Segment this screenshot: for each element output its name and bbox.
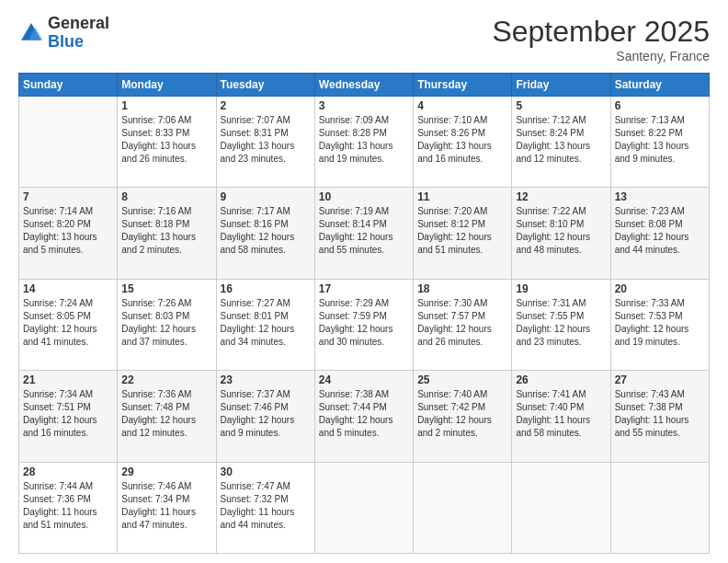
day-info: Sunrise: 7:23 AM Sunset: 8:08 PM Dayligh… (615, 205, 705, 257)
day-info: Sunrise: 7:12 AM Sunset: 8:24 PM Dayligh… (516, 114, 606, 166)
day-number: 25 (417, 373, 507, 386)
location: Santeny, France (492, 49, 710, 63)
calendar-cell: 13Sunrise: 7:23 AM Sunset: 8:08 PM Dayli… (610, 188, 709, 279)
logo-text: General Blue (48, 15, 109, 52)
calendar-cell: 20Sunrise: 7:33 AM Sunset: 7:53 PM Dayli… (610, 279, 709, 370)
day-number: 24 (319, 373, 409, 386)
calendar-day-header: Friday (512, 74, 610, 97)
calendar-cell: 9Sunrise: 7:17 AM Sunset: 8:16 PM Daylig… (216, 188, 314, 279)
day-info: Sunrise: 7:41 AM Sunset: 7:40 PM Dayligh… (516, 388, 606, 440)
day-number: 1 (121, 99, 211, 112)
page: General Blue September 2025 Santeny, Fra… (0, 0, 728, 563)
calendar-cell: 7Sunrise: 7:14 AM Sunset: 8:20 PM Daylig… (19, 188, 118, 279)
logo: General Blue (18, 15, 109, 52)
day-info: Sunrise: 7:26 AM Sunset: 8:03 PM Dayligh… (121, 297, 211, 349)
day-info: Sunrise: 7:13 AM Sunset: 8:22 PM Dayligh… (615, 114, 705, 166)
day-info: Sunrise: 7:22 AM Sunset: 8:10 PM Dayligh… (516, 205, 606, 257)
day-number: 29 (121, 465, 211, 478)
day-number: 11 (417, 190, 507, 203)
title-block: September 2025 Santeny, France (492, 15, 710, 63)
calendar-week-row: 21Sunrise: 7:34 AM Sunset: 7:51 PM Dayli… (19, 371, 710, 462)
calendar-day-header: Tuesday (216, 74, 314, 97)
calendar-cell: 3Sunrise: 7:09 AM Sunset: 8:28 PM Daylig… (314, 97, 413, 188)
day-number: 3 (319, 99, 409, 112)
calendar-day-header: Wednesday (314, 74, 413, 97)
day-info: Sunrise: 7:43 AM Sunset: 7:38 PM Dayligh… (615, 388, 705, 440)
day-number: 30 (221, 465, 311, 478)
day-number: 14 (23, 282, 113, 295)
calendar-cell: 19Sunrise: 7:31 AM Sunset: 7:55 PM Dayli… (512, 279, 610, 370)
day-info: Sunrise: 7:33 AM Sunset: 7:53 PM Dayligh… (615, 297, 705, 349)
calendar-week-row: 1Sunrise: 7:06 AM Sunset: 8:33 PM Daylig… (19, 97, 710, 188)
day-info: Sunrise: 7:14 AM Sunset: 8:20 PM Dayligh… (23, 205, 113, 257)
day-number: 21 (23, 373, 113, 386)
day-number: 15 (121, 282, 211, 295)
day-number: 9 (221, 190, 311, 203)
day-info: Sunrise: 7:47 AM Sunset: 7:32 PM Dayligh… (221, 480, 311, 532)
day-info: Sunrise: 7:29 AM Sunset: 7:59 PM Dayligh… (319, 297, 409, 349)
day-number: 10 (319, 190, 409, 203)
day-number: 19 (516, 282, 606, 295)
day-number: 7 (23, 190, 113, 203)
calendar-day-header: Saturday (610, 74, 709, 97)
calendar-cell: 4Sunrise: 7:10 AM Sunset: 8:26 PM Daylig… (414, 97, 512, 188)
calendar-cell: 12Sunrise: 7:22 AM Sunset: 8:10 PM Dayli… (512, 188, 610, 279)
calendar-cell: 25Sunrise: 7:40 AM Sunset: 7:42 PM Dayli… (414, 371, 512, 462)
day-number: 20 (615, 282, 705, 295)
calendar-cell: 30Sunrise: 7:47 AM Sunset: 7:32 PM Dayli… (216, 462, 314, 553)
calendar-cell: 24Sunrise: 7:38 AM Sunset: 7:44 PM Dayli… (314, 371, 413, 462)
day-info: Sunrise: 7:44 AM Sunset: 7:36 PM Dayligh… (23, 480, 113, 532)
day-number: 28 (23, 465, 113, 478)
calendar-cell (610, 462, 709, 553)
day-number: 23 (221, 373, 311, 386)
day-info: Sunrise: 7:06 AM Sunset: 8:33 PM Dayligh… (121, 114, 211, 166)
day-info: Sunrise: 7:34 AM Sunset: 7:51 PM Dayligh… (23, 388, 113, 440)
calendar-day-header: Sunday (19, 74, 118, 97)
calendar-header-row: SundayMondayTuesdayWednesdayThursdayFrid… (19, 74, 710, 97)
day-info: Sunrise: 7:40 AM Sunset: 7:42 PM Dayligh… (417, 388, 507, 440)
day-info: Sunrise: 7:38 AM Sunset: 7:44 PM Dayligh… (319, 388, 409, 440)
day-info: Sunrise: 7:31 AM Sunset: 7:55 PM Dayligh… (516, 297, 606, 349)
day-info: Sunrise: 7:10 AM Sunset: 8:26 PM Dayligh… (417, 114, 507, 166)
calendar-cell (314, 462, 413, 553)
day-info: Sunrise: 7:17 AM Sunset: 8:16 PM Dayligh… (221, 205, 311, 257)
day-number: 27 (615, 373, 705, 386)
day-info: Sunrise: 7:37 AM Sunset: 7:46 PM Dayligh… (221, 388, 311, 440)
calendar-cell: 21Sunrise: 7:34 AM Sunset: 7:51 PM Dayli… (19, 371, 118, 462)
calendar-cell (414, 462, 512, 553)
calendar-cell: 11Sunrise: 7:20 AM Sunset: 8:12 PM Dayli… (414, 188, 512, 279)
calendar-cell: 6Sunrise: 7:13 AM Sunset: 8:22 PM Daylig… (610, 97, 709, 188)
day-info: Sunrise: 7:16 AM Sunset: 8:18 PM Dayligh… (121, 205, 211, 257)
day-number: 17 (319, 282, 409, 295)
calendar-cell: 22Sunrise: 7:36 AM Sunset: 7:48 PM Dayli… (118, 371, 216, 462)
calendar-week-row: 14Sunrise: 7:24 AM Sunset: 8:05 PM Dayli… (19, 279, 710, 370)
calendar-cell: 28Sunrise: 7:44 AM Sunset: 7:36 PM Dayli… (19, 462, 118, 553)
day-info: Sunrise: 7:07 AM Sunset: 8:31 PM Dayligh… (221, 114, 311, 166)
calendar-cell: 5Sunrise: 7:12 AM Sunset: 8:24 PM Daylig… (512, 97, 610, 188)
calendar-cell: 2Sunrise: 7:07 AM Sunset: 8:31 PM Daylig… (216, 97, 314, 188)
calendar-cell: 1Sunrise: 7:06 AM Sunset: 8:33 PM Daylig… (118, 97, 216, 188)
calendar-cell: 17Sunrise: 7:29 AM Sunset: 7:59 PM Dayli… (314, 279, 413, 370)
day-number: 18 (417, 282, 507, 295)
day-number: 16 (221, 282, 311, 295)
calendar-cell (19, 97, 118, 188)
month-title: September 2025 (492, 15, 710, 49)
day-info: Sunrise: 7:46 AM Sunset: 7:34 PM Dayligh… (121, 480, 211, 532)
calendar-day-header: Monday (118, 74, 216, 97)
calendar-cell: 15Sunrise: 7:26 AM Sunset: 8:03 PM Dayli… (118, 279, 216, 370)
calendar-week-row: 28Sunrise: 7:44 AM Sunset: 7:36 PM Dayli… (19, 462, 710, 553)
calendar-table: SundayMondayTuesdayWednesdayThursdayFrid… (18, 73, 710, 554)
calendar-cell: 8Sunrise: 7:16 AM Sunset: 8:18 PM Daylig… (118, 188, 216, 279)
calendar-cell: 14Sunrise: 7:24 AM Sunset: 8:05 PM Dayli… (19, 279, 118, 370)
calendar-cell: 16Sunrise: 7:27 AM Sunset: 8:01 PM Dayli… (216, 279, 314, 370)
day-info: Sunrise: 7:20 AM Sunset: 8:12 PM Dayligh… (417, 205, 507, 257)
calendar-day-header: Thursday (414, 74, 512, 97)
day-info: Sunrise: 7:36 AM Sunset: 7:48 PM Dayligh… (121, 388, 211, 440)
day-number: 2 (221, 99, 311, 112)
calendar-cell: 29Sunrise: 7:46 AM Sunset: 7:34 PM Dayli… (118, 462, 216, 553)
day-number: 6 (615, 99, 705, 112)
calendar-cell: 27Sunrise: 7:43 AM Sunset: 7:38 PM Dayli… (610, 371, 709, 462)
day-number: 5 (516, 99, 606, 112)
calendar-cell: 18Sunrise: 7:30 AM Sunset: 7:57 PM Dayli… (414, 279, 512, 370)
calendar-cell: 23Sunrise: 7:37 AM Sunset: 7:46 PM Dayli… (216, 371, 314, 462)
